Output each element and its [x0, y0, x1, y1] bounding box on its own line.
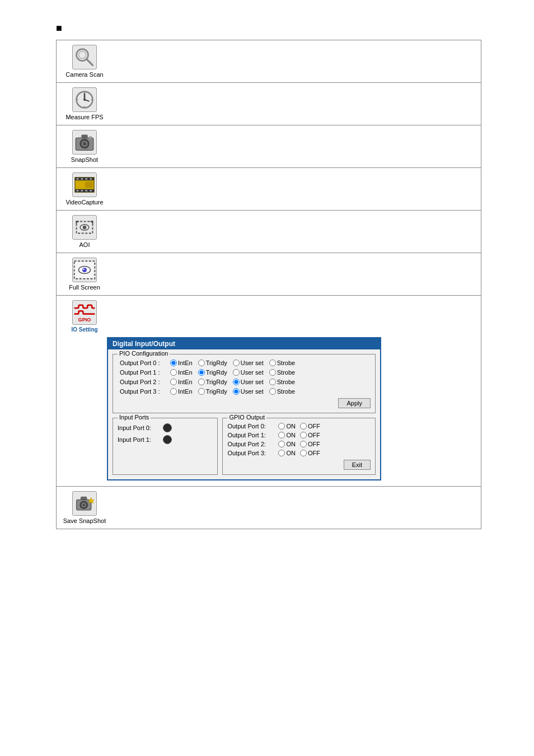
- pio-p3-strobe[interactable]: Strobe: [269, 388, 295, 395]
- aoi-row: AOI: [57, 211, 481, 253]
- input-port-1-led: [163, 435, 172, 444]
- apply-row: Apply: [118, 398, 371, 408]
- svg-point-1: [79, 52, 86, 59]
- out-p3-off[interactable]: OFF: [300, 450, 320, 456]
- out-p1-on[interactable]: ON: [278, 432, 296, 438]
- full-screen-item[interactable]: Full Screen: [62, 258, 107, 291]
- input-port-0-label: Input Port 0:: [118, 424, 160, 431]
- input-port-1-label: Input Port 1:: [118, 436, 160, 443]
- svg-text:GPIO: GPIO: [78, 317, 91, 323]
- save-snapshot-label: Save SnapShot: [63, 517, 106, 524]
- pio-config-group: PIO Configuration Output Port 0 : IntEn …: [113, 354, 376, 413]
- measure-fps-icon: [72, 87, 97, 112]
- svg-rect-60: [81, 497, 87, 500]
- input-port-0-row: Input Port 0:: [118, 423, 213, 432]
- gpio-row: GPIO IO Setting Digital Input/Output PI: [57, 296, 481, 487]
- pio-p2-strobe[interactable]: Strobe: [269, 379, 295, 385]
- svg-rect-27: [90, 190, 92, 192]
- out-p3-on[interactable]: ON: [278, 450, 296, 456]
- apply-button[interactable]: Apply: [338, 398, 371, 408]
- pio-p0-trigrd[interactable]: TrigRdy: [198, 360, 227, 366]
- aoi-label: AOI: [79, 241, 90, 248]
- pio-p3-inten[interactable]: IntEn: [170, 388, 193, 395]
- video-capture-row: VideoCapture: [57, 168, 481, 211]
- video-capture-label: VideoCapture: [65, 199, 103, 206]
- pio-port-1-label: Output Port 1 :: [120, 369, 170, 376]
- gpio-label-text: IO Setting: [71, 326, 97, 333]
- svg-rect-23: [90, 178, 92, 180]
- svg-point-14: [83, 142, 86, 145]
- measure-fps-row: Measure FPS: [57, 83, 481, 125]
- pio-port-2-label: Output Port 2 :: [120, 379, 170, 385]
- pio-p1-inten[interactable]: IntEn: [170, 369, 193, 376]
- gpio-header: GPIO IO Setting: [57, 296, 481, 337]
- dio-body: PIO Configuration Output Port 0 : IntEn …: [108, 349, 380, 479]
- out-p0-on[interactable]: ON: [278, 423, 296, 430]
- save-snapshot-row: Save SnapShot: [57, 487, 481, 529]
- pio-port-0-radios: IntEn TrigRdy User set Strobe: [170, 360, 295, 366]
- output-port-0-radios: ON OFF: [278, 423, 320, 430]
- pio-p1-trigrd[interactable]: TrigRdy: [198, 369, 227, 376]
- svg-point-40: [83, 268, 85, 270]
- snapshot-row: SnapShot: [57, 125, 481, 168]
- out-p1-off[interactable]: OFF: [300, 432, 320, 438]
- camera-scan-row: Camera Scan: [57, 40, 481, 83]
- pio-port-3-label: Output Port 3 :: [120, 388, 170, 395]
- input-port-0-led: [163, 423, 172, 432]
- gpio-dialog-area: Digital Input/Output PIO Configuration O…: [57, 337, 481, 486]
- svg-rect-24: [77, 190, 79, 192]
- video-capture-item[interactable]: VideoCapture: [62, 172, 107, 206]
- svg-rect-22: [85, 178, 87, 180]
- pio-p2-inten[interactable]: IntEn: [170, 379, 193, 385]
- bullet-marker: ■: [56, 22, 534, 34]
- pio-port-3-row: Output Port 3 : IntEn TrigRdy User set S…: [120, 388, 371, 395]
- exit-row: Exit: [227, 460, 371, 470]
- save-snapshot-item[interactable]: Save SnapShot: [62, 491, 107, 524]
- output-port-1-radios: ON OFF: [278, 432, 320, 438]
- svg-rect-25: [81, 190, 83, 192]
- output-port-0-label: Output Port 0:: [227, 423, 275, 430]
- camera-scan-label: Camera Scan: [65, 71, 103, 78]
- full-screen-label: Full Screen: [69, 284, 100, 291]
- snapshot-item[interactable]: SnapShot: [62, 130, 107, 163]
- input-ports-title: Input Ports: [118, 414, 151, 421]
- output-port-3-label: Output Port 3:: [227, 450, 275, 456]
- svg-point-32: [83, 226, 87, 230]
- measure-fps-item[interactable]: Measure FPS: [62, 87, 107, 120]
- exit-button[interactable]: Exit: [344, 460, 371, 470]
- svg-rect-29: [85, 182, 92, 188]
- output-port-1-label: Output Port 1:: [227, 432, 275, 438]
- svg-point-6: [83, 99, 86, 101]
- gpio-item[interactable]: GPIO IO Setting: [62, 300, 107, 333]
- pio-p3-trigrd[interactable]: TrigRdy: [198, 388, 227, 395]
- pio-p0-inten[interactable]: IntEn: [170, 360, 193, 366]
- output-port-2-row: Output Port 2: ON OFF: [227, 441, 371, 447]
- pio-p1-strobe[interactable]: Strobe: [269, 369, 295, 376]
- gpio-output-title: GPIO Output: [227, 414, 266, 421]
- pio-port-3-radios: IntEn TrigRdy User set Strobe: [170, 388, 295, 395]
- camera-scan-item[interactable]: Camera Scan: [62, 45, 107, 78]
- gpio-output-group: GPIO Output Output Port 0: ON OFF: [222, 418, 376, 475]
- pio-p0-strobe[interactable]: Strobe: [269, 360, 295, 366]
- out-p2-off[interactable]: OFF: [300, 441, 320, 447]
- output-port-3-radios: ON OFF: [278, 450, 320, 456]
- svg-line-2: [87, 59, 93, 66]
- pio-port-2-row: Output Port 2 : IntEn TrigRdy User set S…: [120, 379, 371, 385]
- main-panel: Camera Scan: [56, 40, 481, 529]
- page-container: ■ Camera Scan: [0, 0, 534, 552]
- svg-rect-15: [82, 135, 88, 138]
- output-port-2-label: Output Port 2:: [227, 441, 275, 447]
- out-p0-off[interactable]: OFF: [300, 423, 320, 430]
- measure-fps-label: Measure FPS: [65, 114, 103, 120]
- svg-rect-26: [85, 190, 87, 192]
- pio-p3-userset[interactable]: User set: [233, 388, 264, 395]
- video-capture-icon: [72, 172, 97, 197]
- dio-title-bar: Digital Input/Output: [108, 338, 380, 349]
- pio-p2-trigrd[interactable]: TrigRdy: [198, 379, 227, 385]
- out-p2-on[interactable]: ON: [278, 441, 296, 447]
- output-port-0-row: Output Port 0: ON OFF: [227, 423, 371, 430]
- pio-p0-userset[interactable]: User set: [233, 360, 264, 366]
- pio-p2-userset[interactable]: User set: [233, 379, 264, 385]
- pio-p1-userset[interactable]: User set: [233, 369, 264, 376]
- aoi-item[interactable]: AOI: [62, 215, 107, 248]
